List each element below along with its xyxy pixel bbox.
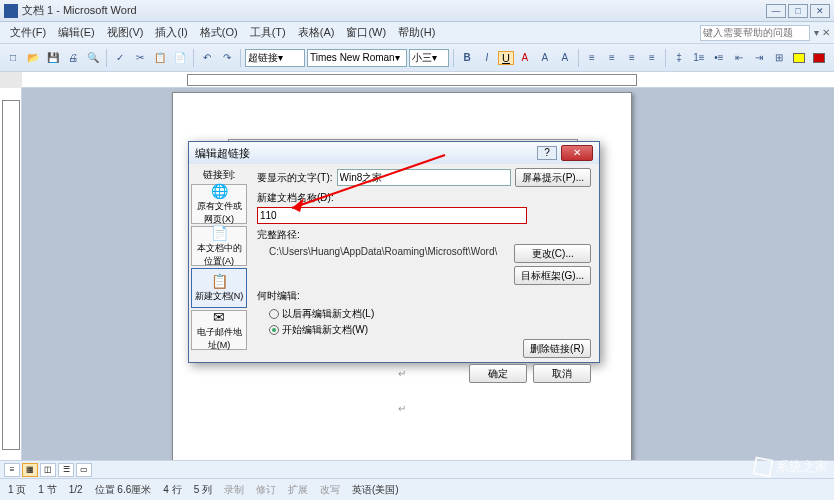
justify-icon[interactable]: ≡ [643, 49, 661, 67]
cancel-button[interactable]: 取消 [533, 364, 591, 383]
web-layout-view-icon[interactable]: ◫ [40, 463, 56, 477]
status-page-count: 1/2 [69, 484, 83, 495]
menubar: 文件(F) 编辑(E) 视图(V) 插入(I) 格式(O) 工具(T) 表格(A… [0, 22, 834, 44]
dialog-close-button[interactable]: ✕ [561, 145, 593, 161]
dialog-main: 要显示的文字(T): 屏幕提示(P)... 新建文档名称(D): 完整路径: C… [249, 164, 599, 364]
outline-view-icon[interactable]: ☰ [58, 463, 74, 477]
underline-button[interactable]: U [498, 51, 514, 65]
borders-icon[interactable]: ⊞ [770, 49, 788, 67]
menu-window[interactable]: 窗口(W) [340, 23, 392, 42]
char-shading-icon[interactable]: A [556, 49, 574, 67]
dialog-help-button[interactable]: ? [537, 146, 557, 160]
status-column: 5 列 [194, 483, 212, 497]
radio-icon [269, 325, 279, 335]
docname-input[interactable] [257, 207, 527, 224]
status-position: 位置 6.6厘米 [95, 483, 152, 497]
edit-hyperlink-dialog: 编辑超链接 ? ✕ 链接到: 🌐 原有文件或网页(X) 📄 本文档中的位置(A)… [188, 141, 600, 363]
menu-insert[interactable]: 插入(I) [149, 23, 193, 42]
new-doc-icon[interactable]: □ [4, 49, 22, 67]
style-dropdown[interactable]: 超链接 ▾ [245, 49, 305, 67]
print-layout-view-icon[interactable]: ▦ [22, 463, 38, 477]
print-icon[interactable]: 🖨 [64, 49, 82, 67]
bold-button[interactable]: B [458, 49, 476, 67]
window-title: 文档 1 - Microsoft Word [22, 3, 764, 18]
normal-view-icon[interactable]: ≡ [4, 463, 20, 477]
cut-icon[interactable]: ✂ [131, 49, 149, 67]
globe-icon: 🌐 [211, 183, 228, 199]
horizontal-ruler[interactable] [22, 72, 834, 88]
linkto-panel: 链接到: 🌐 原有文件或网页(X) 📄 本文档中的位置(A) 📋 新建文档(N)… [189, 164, 249, 364]
remove-link-button[interactable]: 删除链接(R) [523, 339, 591, 358]
radio-edit-later[interactable]: 以后再编辑新文档(L) [269, 307, 591, 321]
italic-button[interactable]: I [478, 49, 496, 67]
font-color-box-icon[interactable] [810, 49, 828, 67]
screentip-button[interactable]: 屏幕提示(P)... [515, 168, 591, 187]
save-icon[interactable]: 💾 [44, 49, 62, 67]
when-edit-label: 何时编辑: [257, 289, 591, 303]
menu-view[interactable]: 视图(V) [101, 23, 150, 42]
line-spacing-icon[interactable]: ‡ [670, 49, 688, 67]
dialog-titlebar[interactable]: 编辑超链接 ? ✕ [189, 142, 599, 164]
preview-icon[interactable]: 🔍 [84, 49, 102, 67]
spellcheck-icon[interactable]: ✓ [111, 49, 129, 67]
linkto-place-in-doc[interactable]: 📄 本文档中的位置(A) [191, 226, 247, 266]
view-bar: ≡ ▦ ◫ ☰ ▭ [0, 460, 834, 478]
vertical-ruler[interactable] [0, 88, 22, 460]
status-page: 1 页 [8, 483, 26, 497]
bullets-icon[interactable]: •≡ [710, 49, 728, 67]
paragraph-mark-icon: ↵ [398, 403, 406, 414]
linkto-new-document[interactable]: 📋 新建文档(N) [191, 268, 247, 308]
fullpath-label: 完整路径: [257, 228, 591, 242]
display-text-input[interactable] [337, 169, 512, 186]
status-extend[interactable]: 扩展 [288, 483, 308, 497]
align-center-icon[interactable]: ≡ [603, 49, 621, 67]
help-search-input[interactable] [700, 25, 810, 41]
status-language[interactable]: 英语(美国) [352, 483, 399, 497]
size-dropdown[interactable]: 小三 ▾ [409, 49, 449, 67]
menu-file[interactable]: 文件(F) [4, 23, 52, 42]
email-icon: ✉ [213, 309, 225, 325]
maximize-button[interactable]: □ [788, 4, 808, 18]
paste-icon[interactable]: 📄 [171, 49, 189, 67]
decrease-indent-icon[interactable]: ⇤ [730, 49, 748, 67]
open-icon[interactable]: 📂 [24, 49, 42, 67]
increase-indent-icon[interactable]: ⇥ [750, 49, 768, 67]
document-icon: 📄 [211, 225, 228, 241]
close-button[interactable]: ✕ [810, 4, 830, 18]
watermark-logo-icon [753, 457, 774, 478]
highlight-icon[interactable] [790, 49, 808, 67]
menu-format[interactable]: 格式(O) [194, 23, 244, 42]
status-overwrite[interactable]: 改写 [320, 483, 340, 497]
linkto-existing-file[interactable]: 🌐 原有文件或网页(X) [191, 184, 247, 224]
standard-toolbar: □ 📂 💾 🖨 🔍 ✓ ✂ 📋 📄 ↶ ↷ 超链接 ▾ Times New Ro… [0, 44, 834, 72]
change-button[interactable]: 更改(C)... [514, 244, 591, 263]
minimize-button[interactable]: — [766, 4, 786, 18]
linkto-email[interactable]: ✉ 电子邮件地址(M) [191, 310, 247, 350]
undo-icon[interactable]: ↶ [198, 49, 216, 67]
copy-icon[interactable]: 📋 [151, 49, 169, 67]
titlebar: 文档 1 - Microsoft Word — □ ✕ [0, 0, 834, 22]
target-frame-button[interactable]: 目标框架(G)... [514, 266, 591, 285]
char-border-icon[interactable]: A [536, 49, 554, 67]
ok-button[interactable]: 确定 [469, 364, 527, 383]
align-left-icon[interactable]: ≡ [583, 49, 601, 67]
help-dropdown-icon[interactable]: ▾ ✕ [814, 27, 830, 38]
redo-icon[interactable]: ↷ [218, 49, 236, 67]
menu-edit[interactable]: 编辑(E) [52, 23, 101, 42]
font-dropdown[interactable]: Times New Roman ▾ [307, 49, 407, 67]
reading-view-icon[interactable]: ▭ [76, 463, 92, 477]
status-revision[interactable]: 修订 [256, 483, 276, 497]
radio-edit-now[interactable]: 开始编辑新文档(W) [269, 323, 591, 337]
word-icon [4, 4, 18, 18]
statusbar: 1 页 1 节 1/2 位置 6.6厘米 4 行 5 列 录制 修订 扩展 改写… [0, 478, 834, 500]
menu-tools[interactable]: 工具(T) [244, 23, 292, 42]
font-color-icon[interactable]: A [516, 49, 534, 67]
numbering-icon[interactable]: 1≡ [690, 49, 708, 67]
radio-icon [269, 309, 279, 319]
menu-table[interactable]: 表格(A) [292, 23, 341, 42]
align-right-icon[interactable]: ≡ [623, 49, 641, 67]
status-record[interactable]: 录制 [224, 483, 244, 497]
fullpath-text: C:\Users\Huang\AppData\Roaming\Microsoft… [269, 246, 508, 279]
docname-label: 新建文档名称(D): [257, 191, 591, 205]
menu-help[interactable]: 帮助(H) [392, 23, 441, 42]
